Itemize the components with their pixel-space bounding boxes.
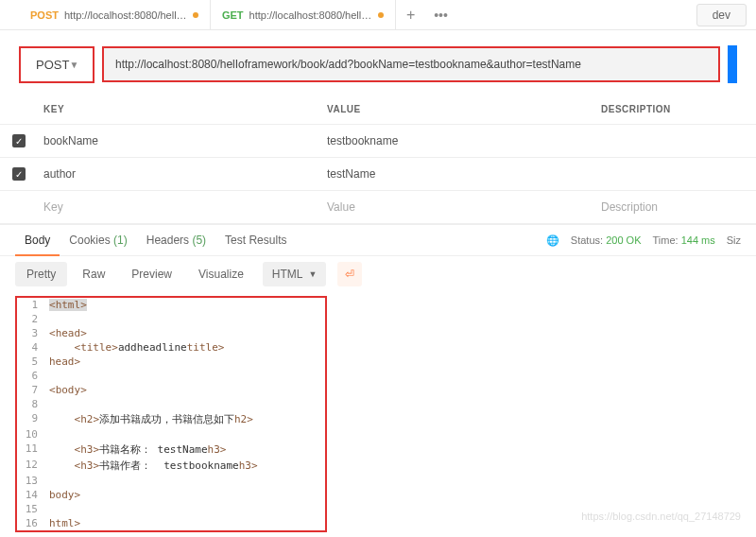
send-button[interactable] xyxy=(728,45,737,83)
watermark: https://blog.csdn.net/qq_27148729 xyxy=(581,511,741,522)
param-key[interactable]: author xyxy=(38,164,321,184)
view-raw[interactable]: Raw xyxy=(71,262,116,286)
body-view-modes: Pretty Raw Preview Visualize HTML ▼ ⏎ xyxy=(0,256,756,292)
param-row: ✓ author testName xyxy=(0,158,756,191)
tab-method: POST xyxy=(30,9,59,21)
new-tab-button[interactable]: + xyxy=(396,0,426,29)
col-desc: DESCRIPTION xyxy=(595,100,756,118)
param-desc[interactable] xyxy=(595,170,756,178)
tab-method: GET xyxy=(222,9,244,21)
view-visualize[interactable]: Visualize xyxy=(187,262,255,286)
url-text: http://localhost:8080/helIoframework/boo… xyxy=(115,58,581,71)
tab-headers[interactable]: Headers (5) xyxy=(137,225,215,255)
param-key[interactable]: bookName xyxy=(38,130,321,151)
globe-icon[interactable]: 🌐 xyxy=(546,234,559,247)
http-method-select[interactable]: POST ▼ xyxy=(19,46,94,83)
chevron-down-icon: ▼ xyxy=(69,60,78,70)
line-wrap-icon[interactable]: ⏎ xyxy=(337,262,362,286)
tab-title: http://localhost:8080/hellofram... xyxy=(249,9,372,21)
param-value[interactable]: testbookname xyxy=(321,130,595,151)
param-desc-placeholder[interactable]: Description xyxy=(595,197,756,217)
unsaved-dot-icon xyxy=(378,12,384,18)
response-tabs: Body Cookies (1) Headers (5) Test Result… xyxy=(0,224,756,256)
request-url-row: POST ▼ http://localhost:8080/helIoframew… xyxy=(0,30,756,95)
col-value: VALUE xyxy=(321,100,595,118)
unsaved-dot-icon xyxy=(193,12,198,18)
chevron-down-icon: ▼ xyxy=(309,269,318,279)
tab-overflow-button[interactable]: ••• xyxy=(426,0,456,29)
param-value[interactable]: testName xyxy=(321,164,595,184)
params-header-row: KEY VALUE DESCRIPTION xyxy=(0,95,756,125)
language-select[interactable]: HTML ▼ xyxy=(263,262,327,286)
response-body[interactable]: 1<html>2 3<head>4 <title>addheadlinetitl… xyxy=(15,296,327,532)
environment-selector[interactable]: dev xyxy=(696,4,747,26)
method-label: POST xyxy=(36,58,69,72)
param-value-placeholder[interactable]: Value xyxy=(321,197,595,217)
response-status: 🌐 Status: 200 OK Time: 144 ms Siz xyxy=(546,234,741,247)
col-key: KEY xyxy=(38,100,321,118)
tab-cookies[interactable]: Cookies (1) xyxy=(60,225,136,255)
param-desc[interactable] xyxy=(595,137,756,145)
param-row: ✓ bookName testbookname xyxy=(0,125,756,158)
param-row-empty[interactable]: Key Value Description xyxy=(0,191,756,224)
checkbox-icon[interactable]: ✓ xyxy=(12,167,26,181)
tab-test-results[interactable]: Test Results xyxy=(215,225,296,255)
params-table: KEY VALUE DESCRIPTION ✓ bookName testboo… xyxy=(0,95,756,224)
request-tabs: POST http://localhost:8080/hellofra... G… xyxy=(0,0,756,30)
checkbox-icon[interactable]: ✓ xyxy=(12,134,26,147)
request-tab-0[interactable]: POST http://localhost:8080/hellofra... xyxy=(19,0,211,29)
param-key-placeholder[interactable]: Key xyxy=(38,197,321,217)
request-tab-1[interactable]: GET http://localhost:8080/hellofram... xyxy=(211,0,396,29)
view-preview[interactable]: Preview xyxy=(120,262,183,286)
url-input[interactable]: http://localhost:8080/helIoframework/boo… xyxy=(102,46,720,82)
tab-title: http://localhost:8080/hellofra... xyxy=(64,9,187,21)
view-pretty[interactable]: Pretty xyxy=(15,262,67,286)
tab-body[interactable]: Body xyxy=(15,226,60,256)
